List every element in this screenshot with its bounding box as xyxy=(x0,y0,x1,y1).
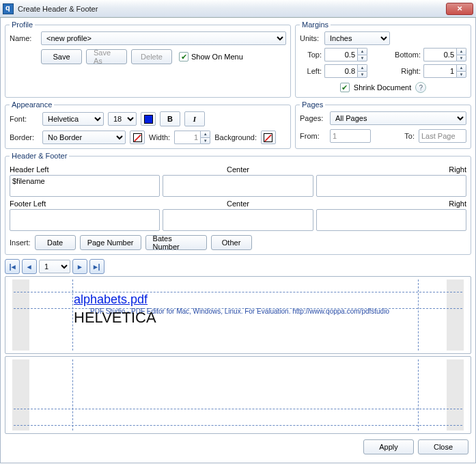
to-input[interactable] xyxy=(419,129,466,143)
pages-label: Pages: xyxy=(300,114,326,122)
right-label: Right: xyxy=(388,67,421,75)
footer-center-input[interactable] xyxy=(163,209,313,231)
name-label: Name: xyxy=(10,34,37,42)
footer-preview xyxy=(5,356,471,434)
header-right-label: Right xyxy=(314,165,466,175)
from-input[interactable] xyxy=(330,129,371,143)
left-spinner[interactable]: ▲▼ xyxy=(324,64,367,78)
width-label: Width: xyxy=(149,133,170,141)
header-preview: alphabets.pdf PDF Studio - PDF Editor fo… xyxy=(5,276,471,354)
from-label: From: xyxy=(300,132,326,140)
close-window-button[interactable]: ✕ xyxy=(446,3,473,15)
footer-right-label: Right xyxy=(314,200,466,209)
title-bar: Create Header & Footer ✕ xyxy=(0,0,476,18)
border-color-swatch[interactable] xyxy=(130,131,145,144)
show-on-menu-label: Show On Menu xyxy=(191,53,243,61)
close-button[interactable]: Close xyxy=(418,439,468,454)
italic-button[interactable]: I xyxy=(184,111,205,126)
page-select[interactable]: 1 xyxy=(39,260,70,273)
border-width-spinner[interactable]: ▲▼ xyxy=(174,131,210,144)
pages-select[interactable]: All Pages xyxy=(330,111,466,125)
pages-legend: Pages xyxy=(300,100,325,109)
show-on-menu-checkbox[interactable]: ✔ xyxy=(179,52,188,62)
units-label: Units: xyxy=(300,34,322,42)
margins-legend: Margins xyxy=(300,21,331,29)
delete-button[interactable]: Delete xyxy=(131,49,172,64)
next-page-button[interactable]: ▸ xyxy=(72,259,87,274)
background-color-swatch[interactable] xyxy=(261,131,276,144)
insert-page-number-button[interactable]: Page Number xyxy=(80,235,141,250)
bottom-spinner[interactable]: ▲▼ xyxy=(423,48,466,62)
footer-right-input[interactable] xyxy=(316,209,466,231)
insert-other-button[interactable]: Other xyxy=(211,235,252,250)
pages-group: Pages Pages: All Pages From: To: xyxy=(295,100,471,149)
profile-name-select[interactable]: <new profile> xyxy=(41,31,286,45)
insert-date-button[interactable]: Date xyxy=(35,235,76,250)
appearance-group: Appearance Font: Helvetica 18 B I Border… xyxy=(5,100,291,149)
footer-left-input[interactable] xyxy=(10,209,160,231)
margins-group: Margins Units: Inches Top: ▲▼ Bottom: ▲▼… xyxy=(295,21,471,98)
font-label: Font: xyxy=(10,115,38,123)
header-left-input[interactable]: $filename xyxy=(10,175,160,197)
header-left-label: Header Left xyxy=(10,165,162,175)
border-label: Border: xyxy=(10,133,38,141)
font-select[interactable]: Helvetica xyxy=(42,112,104,126)
background-label: Background: xyxy=(214,133,257,141)
right-spinner[interactable]: ▲▼ xyxy=(423,64,466,78)
appearance-legend: Appearance xyxy=(10,100,54,109)
apply-button[interactable]: Apply xyxy=(363,439,414,454)
shrink-document-label: Shrink Document xyxy=(354,83,411,92)
shrink-document-checkbox[interactable]: ✔ xyxy=(340,83,350,92)
header-footer-group: Header & Footer Header Left Center Right… xyxy=(5,152,471,255)
top-label: Top: xyxy=(300,51,322,59)
profile-group: Profile Name: <new profile> Save Save As… xyxy=(5,21,291,98)
prev-page-button[interactable]: ◂ xyxy=(22,259,37,274)
font-size-select[interactable]: 18 xyxy=(108,112,137,126)
profile-legend: Profile xyxy=(10,21,35,29)
left-label: Left: xyxy=(300,67,322,75)
insert-bates-button[interactable]: Bates Number xyxy=(145,235,207,250)
first-page-button[interactable]: |◂ xyxy=(5,259,20,274)
header-center-label: Center xyxy=(162,165,314,175)
to-label: To: xyxy=(404,132,415,140)
footer-center-label: Center xyxy=(162,200,314,209)
border-select[interactable]: No Border xyxy=(42,131,126,144)
font-color-swatch[interactable] xyxy=(141,112,156,126)
footer-left-label: Footer Left xyxy=(10,200,162,209)
help-icon[interactable]: ? xyxy=(415,82,426,93)
top-spinner[interactable]: ▲▼ xyxy=(324,48,367,62)
header-right-input[interactable] xyxy=(316,175,466,197)
bold-button[interactable]: B xyxy=(160,111,180,126)
units-select[interactable]: Inches xyxy=(324,31,390,45)
app-icon xyxy=(3,3,14,14)
preview-filename: alphabets.pdf xyxy=(74,292,148,307)
last-page-button[interactable]: ▸| xyxy=(89,259,104,274)
save-as-button[interactable]: Save As xyxy=(86,49,127,64)
header-footer-legend: Header & Footer xyxy=(10,152,69,160)
save-button[interactable]: Save xyxy=(41,49,82,64)
header-center-input[interactable] xyxy=(163,175,313,197)
window-title: Create Header & Footer xyxy=(18,5,446,13)
preview-sample-text: HELVETICA xyxy=(74,309,156,327)
insert-label: Insert: xyxy=(10,238,31,247)
bottom-label: Bottom: xyxy=(388,51,421,59)
